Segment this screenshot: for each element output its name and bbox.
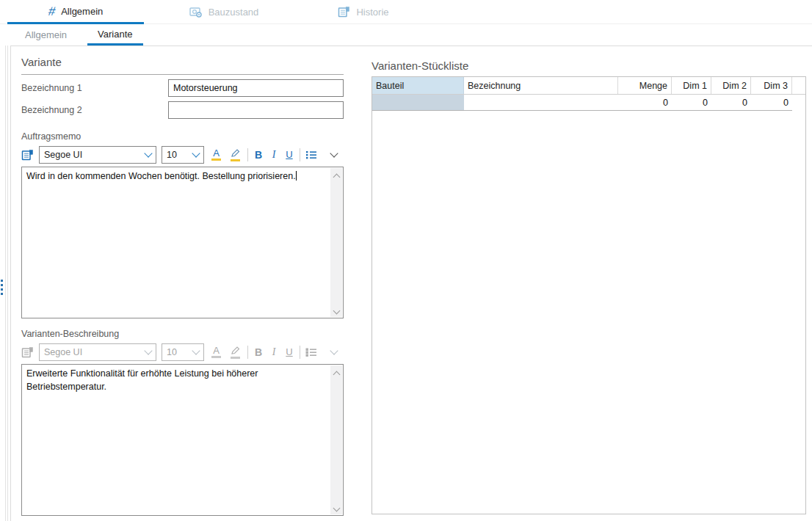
sub-tab-bar: Allgemein Variante bbox=[0, 24, 143, 45]
font-color-button-disabled[interactable]: A bbox=[209, 343, 223, 361]
subtab-variante-label: Variante bbox=[98, 29, 132, 40]
application-window: # Allgemein Bauzustand bbox=[0, 0, 812, 521]
bullet-list-button[interactable] bbox=[305, 150, 317, 160]
font-color-label: A bbox=[213, 346, 220, 354]
pencil-icon bbox=[231, 149, 240, 158]
italic-button[interactable]: I bbox=[269, 146, 279, 164]
book-icon bbox=[338, 6, 350, 18]
column-header-bauteil[interactable]: Bauteil bbox=[372, 77, 464, 94]
auftragsmemo-label: Auftragsmemo bbox=[21, 131, 344, 142]
column-header-dim3[interactable]: Dim 3 bbox=[751, 77, 792, 94]
subtab-allgemein[interactable]: Allgemein bbox=[15, 24, 77, 45]
splitter-line bbox=[5, 45, 6, 521]
stueckliste-section: Varianten-Stückliste Bauteil Bezeichnung… bbox=[371, 60, 806, 514]
tab-historie[interactable]: Historie bbox=[323, 0, 404, 24]
font-family-value: Segoe UI bbox=[44, 150, 82, 160]
tab-historie-label: Historie bbox=[356, 7, 388, 18]
cell-menge[interactable]: 0 bbox=[618, 95, 672, 111]
tab-allgemein-label: Allgemein bbox=[61, 6, 103, 17]
font-color-bar bbox=[211, 159, 221, 161]
cell-bezeichnung[interactable] bbox=[464, 95, 618, 111]
subtab-variante[interactable]: Variante bbox=[87, 24, 142, 45]
scroll-down-icon[interactable] bbox=[333, 505, 340, 512]
font-color-label: A bbox=[213, 149, 220, 157]
bezeichnung1-label: Bezeichnung 1 bbox=[21, 83, 168, 93]
underline-button-disabled[interactable]: U bbox=[284, 343, 294, 361]
highlight-button-disabled[interactable] bbox=[228, 343, 242, 361]
toolbar-separator bbox=[300, 148, 300, 161]
column-header-dim1[interactable]: Dim 1 bbox=[672, 77, 711, 94]
bezeichnung2-label: Bezeichnung 2 bbox=[21, 105, 168, 115]
font-family-select[interactable]: Segoe UI bbox=[39, 146, 156, 164]
highlight-bar bbox=[231, 159, 240, 161]
font-size-value: 10 bbox=[167, 150, 177, 160]
stueckliste-title: Varianten-Stückliste bbox=[371, 60, 806, 72]
bezeichnung1-row: Bezeichnung 1 bbox=[21, 79, 344, 97]
auftragsmemo-editor[interactable]: Wird in den kommenden Wochen benötigt. B… bbox=[21, 167, 344, 318]
highlight-bar bbox=[231, 357, 240, 359]
font-size-value: 10 bbox=[167, 347, 177, 357]
more-options-chevron-icon[interactable] bbox=[330, 346, 338, 354]
toolbar-separator bbox=[247, 148, 248, 161]
beschreibung-scrollbar[interactable] bbox=[330, 365, 342, 514]
font-family-value: Segoe UI bbox=[44, 347, 82, 357]
variante-section-title: Variante bbox=[21, 57, 344, 75]
tab-bauzustand-label: Bauzustand bbox=[209, 7, 259, 18]
stueckliste-grid: Bauteil Bezeichnung Menge Dim 1 Dim 2 Di… bbox=[371, 76, 806, 514]
chevron-down-icon bbox=[192, 149, 200, 157]
text-caret bbox=[296, 171, 297, 181]
font-size-select-disabled[interactable]: 10 bbox=[162, 343, 204, 361]
beschreibung-editor[interactable]: Erweiterte Funktionalität für erhöhte Le… bbox=[21, 364, 344, 516]
cell-dim3[interactable]: 0 bbox=[751, 95, 792, 111]
table-row[interactable]: 0 0 0 0 bbox=[372, 95, 805, 111]
memo-book-icon bbox=[21, 346, 34, 359]
splitter-line-2 bbox=[7, 45, 8, 521]
chevron-down-icon bbox=[144, 149, 152, 157]
underline-button[interactable]: U bbox=[284, 146, 294, 164]
grid-header-row: Bauteil Bezeichnung Menge Dim 1 Dim 2 Di… bbox=[372, 77, 805, 95]
more-options-chevron-icon[interactable] bbox=[330, 149, 338, 157]
bezeichnung2-row: Bezeichnung 2 bbox=[21, 101, 344, 119]
pencil-icon bbox=[231, 346, 240, 355]
font-color-bar bbox=[211, 356, 221, 358]
bezeichnung2-input[interactable] bbox=[168, 101, 344, 119]
toolbar-separator bbox=[247, 346, 248, 359]
cell-bauteil[interactable] bbox=[372, 95, 464, 111]
scroll-up-icon[interactable] bbox=[333, 371, 340, 379]
font-color-button[interactable]: A bbox=[209, 146, 223, 164]
tab-bauzustand[interactable]: Bauzustand bbox=[176, 0, 272, 24]
chevron-down-icon bbox=[192, 346, 200, 354]
italic-button-disabled[interactable]: I bbox=[269, 343, 279, 361]
beschreibung-text: Erweiterte Funktionalität für erhöhte Le… bbox=[26, 368, 258, 392]
hash-icon: # bbox=[47, 5, 56, 18]
font-family-select-disabled[interactable]: Segoe UI bbox=[39, 343, 156, 361]
splitter-grip[interactable] bbox=[1, 280, 3, 295]
content-panel: Variante Bezeichnung 1 Bezeichnung 2 Auf… bbox=[10, 45, 812, 521]
camera-gear-icon bbox=[189, 6, 203, 18]
bold-button[interactable]: B bbox=[253, 146, 264, 164]
highlight-button[interactable] bbox=[228, 146, 242, 164]
auftragsmemo-text: Wird in den kommenden Wochen benötigt. B… bbox=[26, 171, 296, 181]
tab-allgemein[interactable]: # Allgemein bbox=[7, 0, 144, 24]
toolbar-separator bbox=[300, 346, 300, 359]
variante-form: Variante Bezeichnung 1 Bezeichnung 2 Auf… bbox=[21, 57, 344, 516]
memo-scrollbar[interactable] bbox=[330, 168, 342, 317]
font-size-select[interactable]: 10 bbox=[162, 146, 204, 164]
column-header-bezeichnung[interactable]: Bezeichnung bbox=[464, 77, 618, 94]
bold-button-disabled[interactable]: B bbox=[253, 343, 264, 361]
bullet-list-button-disabled[interactable] bbox=[305, 347, 317, 357]
bezeichnung1-input[interactable] bbox=[168, 79, 344, 97]
column-header-filler bbox=[792, 77, 805, 94]
column-header-dim2[interactable]: Dim 2 bbox=[711, 77, 751, 94]
subtab-allgemein-label: Allgemein bbox=[25, 29, 67, 40]
column-header-menge[interactable]: Menge bbox=[618, 77, 672, 94]
cell-dim1[interactable]: 0 bbox=[672, 95, 711, 111]
beschreibung-toolbar: Segoe UI 10 A bbox=[21, 343, 344, 362]
auftragsmemo-toolbar: Segoe UI 10 A bbox=[21, 145, 344, 164]
scroll-down-icon[interactable] bbox=[333, 307, 340, 315]
beschreibung-label: Varianten-Beschreibung bbox=[21, 329, 344, 339]
scroll-up-icon[interactable] bbox=[333, 174, 340, 181]
chevron-down-icon bbox=[144, 346, 152, 354]
cell-dim2[interactable]: 0 bbox=[711, 95, 751, 111]
cell-filler bbox=[792, 95, 805, 111]
